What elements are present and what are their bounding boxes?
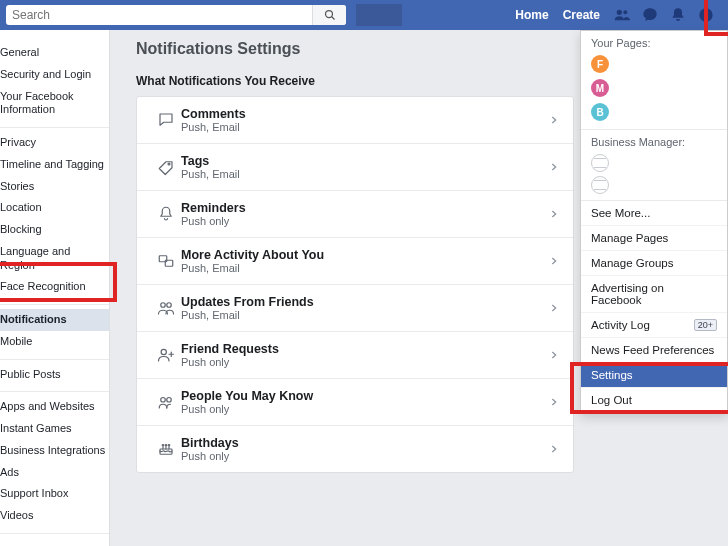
sidebar-item[interactable]: Face Recognition xyxy=(0,276,109,298)
sidebar-item[interactable]: Business Integrations xyxy=(0,440,109,462)
svg-point-2 xyxy=(617,10,622,15)
svg-point-13 xyxy=(167,398,172,403)
friend-requests-icon[interactable] xyxy=(614,7,630,23)
page-avatar[interactable]: B xyxy=(591,103,609,121)
sidebar-item[interactable]: Ads xyxy=(0,462,109,484)
notification-text: BirthdaysPush only xyxy=(181,436,549,462)
profile-thumb[interactable] xyxy=(356,4,402,26)
chevron-right-icon xyxy=(549,209,559,219)
svg-point-12 xyxy=(161,398,166,403)
sidebar-item[interactable]: Your Facebook Information xyxy=(0,86,109,122)
dropdown-activity-log[interactable]: Activity Log 20+ xyxy=(581,313,727,338)
sidebar-item[interactable]: Timeline and Tagging xyxy=(0,154,109,176)
notification-row[interactable]: RemindersPush only xyxy=(137,191,573,238)
messages-icon[interactable] xyxy=(642,7,658,23)
search-icon xyxy=(324,9,336,21)
chevron-right-icon xyxy=(549,256,559,266)
notification-text: CommentsPush, Email xyxy=(181,107,549,133)
svg-line-1 xyxy=(331,17,334,20)
your-pages-label: Your Pages: xyxy=(591,37,717,49)
sidebar-item[interactable]: Privacy xyxy=(0,132,109,154)
request-icon xyxy=(151,346,181,364)
friends-icon xyxy=(151,299,181,317)
notification-row[interactable]: Updates From FriendsPush, Email xyxy=(137,285,573,332)
notification-title: More Activity About You xyxy=(181,248,549,262)
sidebar-item[interactable]: Notifications xyxy=(0,309,109,331)
sidebar-item[interactable]: Security and Login xyxy=(0,64,109,86)
nav-icons: ? xyxy=(614,7,714,23)
comment-icon xyxy=(151,111,181,129)
bm-avatar-list xyxy=(591,154,717,194)
activity-icon xyxy=(151,252,181,270)
notification-row[interactable]: More Activity About YouPush, Email xyxy=(137,238,573,285)
notification-row[interactable]: TagsPush, Email xyxy=(137,144,573,191)
dropdown-logout[interactable]: Log Out xyxy=(581,388,727,413)
svg-point-11 xyxy=(161,349,166,354)
dropdown-manage-groups[interactable]: Manage Groups xyxy=(581,251,727,276)
svg-point-17 xyxy=(168,445,170,447)
sidebar-group-2: PrivacyTimeline and TaggingStoriesLocati… xyxy=(0,128,109,305)
sidebar-item[interactable]: General xyxy=(0,42,109,64)
notification-row[interactable]: People You May KnowPush only xyxy=(137,379,573,426)
sidebar-item[interactable]: Public Posts xyxy=(0,364,109,386)
notification-row[interactable]: Friend RequestsPush only xyxy=(137,332,573,379)
notification-title: Tags xyxy=(181,154,549,168)
tag-icon xyxy=(151,158,181,176)
search-button[interactable] xyxy=(312,5,346,25)
page-avatar[interactable]: M xyxy=(591,79,609,97)
notification-sub: Push only xyxy=(181,403,549,415)
nav-right: Home Create ? xyxy=(515,7,722,23)
search-input[interactable] xyxy=(6,8,312,22)
svg-point-10 xyxy=(167,303,172,308)
sidebar-item[interactable]: Blocking xyxy=(0,219,109,241)
sidebar-item[interactable]: Location xyxy=(0,197,109,219)
sidebar-group-3: NotificationsMobile xyxy=(0,305,109,360)
sidebar-item[interactable]: Apps and Websites xyxy=(0,396,109,418)
notification-sub: Push, Email xyxy=(181,121,549,133)
notification-row[interactable]: CommentsPush, Email xyxy=(137,97,573,144)
notification-title: Friend Requests xyxy=(181,342,549,356)
chevron-right-icon xyxy=(549,162,559,172)
dropdown-manage-pages[interactable]: Manage Pages xyxy=(581,226,727,251)
nav-home[interactable]: Home xyxy=(515,8,548,22)
account-dropdown: Your Pages: F M B Business Manager: See … xyxy=(580,30,728,414)
dropdown-settings[interactable]: Settings xyxy=(581,363,727,388)
activity-log-label: Activity Log xyxy=(591,319,650,331)
svg-point-9 xyxy=(161,303,166,308)
help-icon[interactable]: ? xyxy=(698,7,714,23)
bm-avatar[interactable] xyxy=(591,154,609,172)
bm-avatar[interactable] xyxy=(591,176,609,194)
nav-create[interactable]: Create xyxy=(563,8,600,22)
dropdown-see-more[interactable]: See More... xyxy=(581,201,727,226)
sidebar-item[interactable]: Instant Games xyxy=(0,418,109,440)
dropdown-bm-section: Business Manager: xyxy=(581,130,727,201)
notification-text: RemindersPush only xyxy=(181,201,549,227)
sidebar-item[interactable]: Language and Region xyxy=(0,241,109,277)
sidebar-item[interactable]: Stories xyxy=(0,176,109,198)
page-avatar[interactable]: F xyxy=(591,55,609,73)
top-bar: Home Create ? xyxy=(0,0,728,30)
dropdown-newsfeed[interactable]: News Feed Preferences xyxy=(581,338,727,363)
svg-point-6 xyxy=(168,163,170,165)
notifications-icon[interactable] xyxy=(670,7,686,23)
birthday-icon xyxy=(151,440,181,458)
notification-text: Friend RequestsPush only xyxy=(181,342,549,368)
chevron-right-icon xyxy=(549,115,559,125)
svg-text:?: ? xyxy=(703,10,708,20)
notification-sub: Push, Email xyxy=(181,168,549,180)
notification-sub: Push, Email xyxy=(181,262,549,274)
sidebar-item[interactable]: Support Inbox xyxy=(0,483,109,505)
sidebar-group-5: Apps and WebsitesInstant GamesBusiness I… xyxy=(0,392,109,534)
notification-sub: Push only xyxy=(181,450,549,462)
page-avatar-list: F M B xyxy=(591,55,717,121)
dropdown-pages-section: Your Pages: F M B xyxy=(581,31,727,130)
chevron-right-icon xyxy=(549,303,559,313)
dropdown-advertising[interactable]: Advertising on Facebook xyxy=(581,276,727,313)
settings-sidebar: GeneralSecurity and LoginYour Facebook I… xyxy=(0,30,110,546)
notification-text: More Activity About YouPush, Email xyxy=(181,248,549,274)
search-box xyxy=(6,5,346,25)
notification-list: CommentsPush, EmailTagsPush, EmailRemind… xyxy=(136,96,574,473)
notification-row[interactable]: BirthdaysPush only xyxy=(137,426,573,472)
sidebar-item[interactable]: Mobile xyxy=(0,331,109,353)
sidebar-item[interactable]: Videos xyxy=(0,505,109,527)
